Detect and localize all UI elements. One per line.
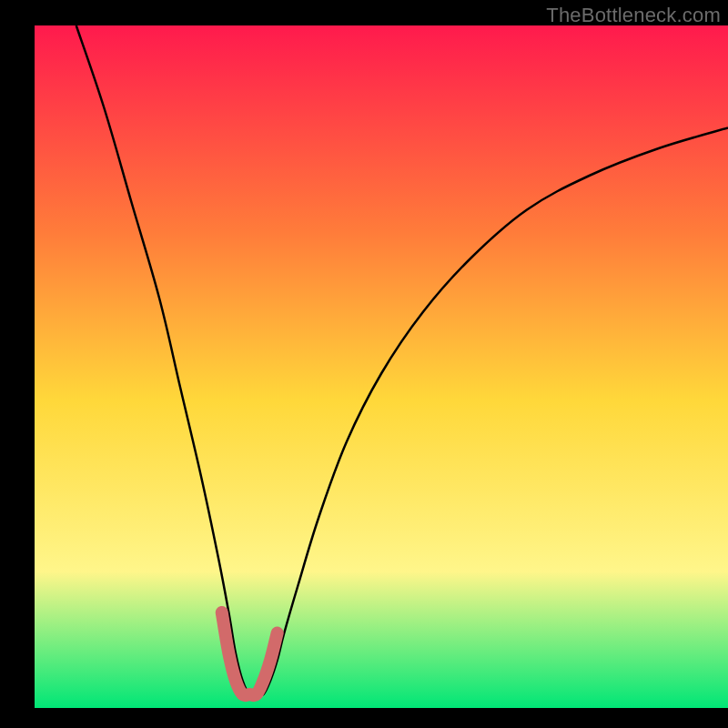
watermark-text: TheBottleneck.com xyxy=(546,4,721,27)
bottleneck-chart xyxy=(0,0,728,728)
plot-background xyxy=(35,25,728,708)
chart-frame: TheBottleneck.com xyxy=(0,0,728,728)
